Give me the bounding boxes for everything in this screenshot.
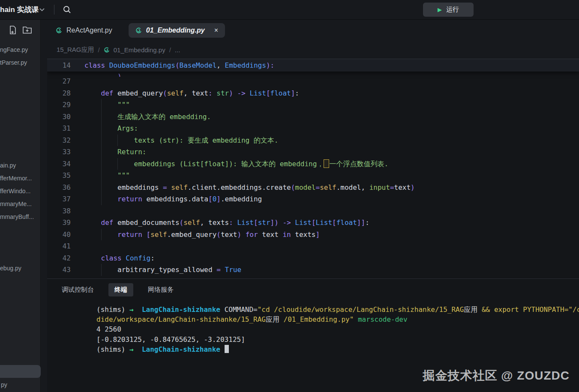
code-segment: List	[295, 218, 312, 227]
divider	[54, 5, 54, 15]
code-segment: BaseModel	[180, 61, 217, 69]
terminal-line: [-0.8203125, -0.84765625, -3.203125]	[96, 335, 579, 344]
code-segment: embeddings.data	[142, 195, 208, 203]
code-editor[interactable]: 14 class DoubaoEmbeddings(BaseModel, Emb…	[47, 59, 579, 278]
code-segment: ->	[282, 218, 291, 227]
file-icon	[104, 47, 110, 53]
breadcrumb-more[interactable]: ...	[175, 46, 180, 54]
code-segment: COMMAND=	[220, 305, 258, 314]
file-list-item[interactable]: fferMemor...	[0, 175, 41, 182]
sticky-code-line: 14 class DoubaoEmbeddings(BaseModel, Emb…	[47, 59, 579, 72]
code-segment: self	[320, 183, 336, 192]
terminal-tab[interactable]: 网络服务	[142, 283, 180, 296]
code-segment: →	[129, 305, 134, 314]
text-cursor	[225, 345, 229, 353]
file-list-item[interactable]: ebug.py	[0, 265, 41, 272]
code-segment: List	[249, 89, 266, 97]
code-segment	[84, 101, 117, 109]
explorer-hscrollbar[interactable]	[0, 365, 41, 378]
line-number: 33	[47, 146, 71, 158]
code-segment	[167, 183, 171, 192]
code-segment: def	[101, 218, 114, 227]
code-segment: self	[183, 218, 200, 227]
code-segment	[84, 254, 101, 262]
code-segment: , text	[183, 89, 208, 97]
code-segment: :	[150, 254, 155, 262]
line-number: 31	[47, 123, 71, 135]
line-number: 37	[47, 193, 71, 205]
code-segment	[291, 218, 295, 227]
code-segment	[122, 254, 126, 262]
code-segment: Return:	[117, 148, 146, 156]
explorer-toolbar	[0, 26, 41, 34]
terminal-line: (shims) → LangChain-shizhanke COMMAND="c…	[96, 305, 579, 314]
file-list-item[interactable]: mmaryBuff...	[0, 213, 41, 220]
code-segment: 生成输入文本的 embedding.	[117, 113, 211, 121]
run-button[interactable]: ▶ 运行	[423, 3, 474, 17]
text-cursor	[324, 159, 329, 168]
code-segment: .embedding	[221, 195, 262, 203]
line-number: 35	[47, 170, 71, 182]
code-segment: ->	[237, 89, 245, 97]
code-segment: (	[180, 218, 184, 227]
code-segment	[221, 266, 225, 274]
file-icon	[56, 27, 62, 34]
code-segment	[84, 89, 101, 97]
code-segment: 应用	[266, 315, 279, 323]
file-list-item[interactable]: tParser.py	[0, 59, 41, 66]
code-segment: && export PYTHONPATH="/cloudide/workspac…	[477, 305, 579, 314]
chevron-down-icon[interactable]	[39, 8, 45, 12]
code-segment: texts (str): 要生成 embedding 的文本.	[134, 136, 279, 144]
code-segment	[246, 89, 250, 97]
code-segment	[105, 61, 109, 69]
line-number: 28	[47, 87, 71, 99]
code-segment: ]	[216, 195, 221, 203]
file-icon	[135, 27, 142, 34]
code-segment: text	[394, 183, 411, 192]
code-segment: texts	[291, 230, 316, 239]
code-segment: ])	[270, 218, 279, 227]
workspace-title[interactable]: hain 实战课	[0, 5, 39, 15]
line-number: 42	[47, 252, 71, 264]
file-list-item[interactable]: mmaryMe...	[0, 200, 41, 207]
code-segment: =	[315, 183, 320, 192]
code-segment	[142, 230, 147, 239]
code-segment: 0	[213, 195, 217, 203]
file-list-item[interactable]: py	[1, 381, 7, 388]
tab-embedding[interactable]: 01_Embedding.py ×	[129, 23, 225, 38]
new-folder-icon[interactable]	[23, 26, 32, 34]
code-segment	[233, 218, 237, 227]
code-segment	[84, 195, 117, 203]
code-segment: model	[295, 183, 315, 192]
code-segment	[134, 345, 142, 353]
tab-label: 01_Embedding.py	[146, 27, 205, 34]
tab-reactagent[interactable]: ReActAgent.py	[56, 27, 112, 34]
terminal-tab[interactable]: 终端	[108, 283, 133, 296]
code-segment: /01_Embedding.py"	[279, 315, 354, 323]
search-icon[interactable]	[63, 5, 72, 14]
breadcrumb-file[interactable]: 01_Embedding.py	[114, 46, 165, 54]
code-segment: (	[163, 89, 167, 97]
new-file-icon[interactable]	[9, 26, 17, 34]
code-segment	[84, 218, 101, 227]
file-list-item[interactable]: fferWindo...	[0, 188, 41, 195]
file-list-item[interactable]: ain.py	[0, 162, 41, 169]
code-segment: """	[117, 101, 130, 109]
breadcrumb-folder[interactable]: 15_RAG应用	[57, 46, 94, 54]
code-segment: embeddings	[84, 183, 163, 192]
code-segment: [-0.8203125, -0.84765625, -3.203125]	[96, 335, 245, 344]
code-segment: :	[295, 89, 299, 97]
code-segment: ]]	[357, 218, 365, 227]
code-segment: [	[254, 218, 258, 227]
code-segment	[354, 315, 358, 323]
code-segment: :	[229, 218, 233, 227]
terminal-tab[interactable]: 调试控制台	[56, 283, 100, 296]
code-segment: (	[216, 230, 221, 239]
file-list-item[interactable]: ngFace.py	[0, 46, 41, 53]
close-icon[interactable]: ×	[214, 27, 218, 34]
code-segment: class	[101, 254, 122, 262]
line-number: 43	[47, 264, 71, 276]
code-line: 28 def embed_query(self, text: str) -> L…	[47, 87, 579, 99]
code-segment: float	[270, 89, 291, 97]
code-segment: (	[175, 61, 180, 69]
